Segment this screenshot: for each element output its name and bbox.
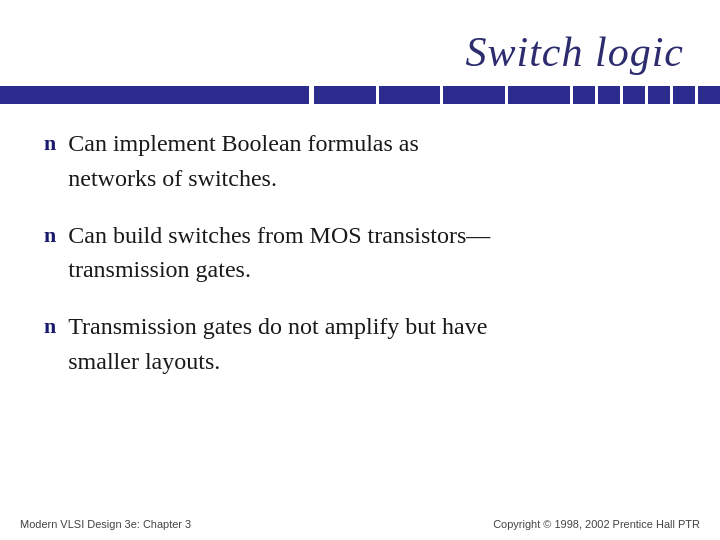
bullet-marker-2: n bbox=[44, 220, 56, 251]
bar-block-4 bbox=[508, 86, 570, 104]
bullet-text-3: Transmission gates do not amplify but ha… bbox=[68, 309, 487, 379]
bar-block-2 bbox=[379, 86, 441, 104]
bullet-marker-3: n bbox=[44, 311, 56, 342]
title-area: Switch logic bbox=[0, 0, 720, 86]
bullet-text-2: Can build switches from MOS transistors—… bbox=[68, 218, 490, 288]
bullet-item-3: n Transmission gates do not amplify but … bbox=[44, 309, 676, 379]
bullet-item-1: n Can implement Boolean formulas as netw… bbox=[44, 126, 676, 196]
footer-left-text: Modern VLSI Design 3e: Chapter 3 bbox=[20, 518, 191, 530]
bar-solid-main bbox=[0, 86, 309, 104]
bullet-marker-1: n bbox=[44, 128, 56, 159]
bar-block-1 bbox=[314, 86, 376, 104]
footer: Modern VLSI Design 3e: Chapter 3 Copyrig… bbox=[0, 512, 720, 540]
bar-block-sm-2 bbox=[598, 86, 620, 104]
content-area: n Can implement Boolean formulas as netw… bbox=[0, 126, 720, 512]
bar-block-sm-5 bbox=[673, 86, 695, 104]
bar-block-sm-4 bbox=[648, 86, 670, 104]
footer-right-text: Copyright © 1998, 2002 Prentice Hall PTR bbox=[493, 518, 700, 530]
bullet-item-2: n Can build switches from MOS transistor… bbox=[44, 218, 676, 288]
bar-block-sm-1 bbox=[573, 86, 595, 104]
slide-title: Switch logic bbox=[36, 28, 684, 76]
decorative-bar bbox=[0, 86, 720, 104]
bar-block-sm-3 bbox=[623, 86, 645, 104]
bar-block-3 bbox=[443, 86, 505, 104]
bullet-text-1: Can implement Boolean formulas as networ… bbox=[68, 126, 419, 196]
bar-block-sm-6 bbox=[698, 86, 720, 104]
slide: Switch logic n Can implement Boolean for… bbox=[0, 0, 720, 540]
